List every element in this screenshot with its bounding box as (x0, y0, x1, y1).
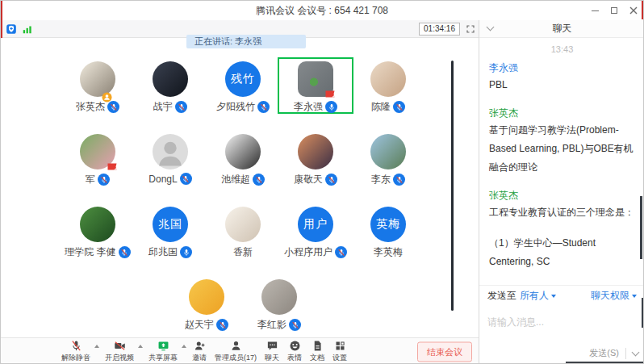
participant-tile[interactable]: 李永强 (279, 59, 352, 112)
participant-nameline: 池维超 (221, 173, 265, 186)
end-meeting-button[interactable]: 结束会议 (417, 341, 472, 362)
participant-tile[interactable]: 陈隆 (352, 59, 424, 112)
participant-tile[interactable]: 赵天宇 (170, 277, 243, 330)
caret-up-icon[interactable] (182, 345, 186, 348)
chat-title: 聊天 (553, 22, 572, 36)
toolbar-button-invite[interactable]: 邀请 (192, 340, 207, 363)
participant-name: 军 (86, 173, 95, 186)
participant-tile[interactable]: 用户小程序用户 (279, 204, 352, 257)
participant-tile[interactable]: 池维超 (207, 132, 279, 185)
participant-tile[interactable]: 军 (61, 132, 134, 185)
toolbar-button-label: 邀请 (192, 353, 207, 363)
participant-nameline: DongL (148, 173, 191, 185)
toolbar-button-start-video[interactable]: 开启视频 (105, 340, 134, 363)
mic-muted-icon (253, 174, 265, 186)
participant-tile[interactable]: 战宇 (134, 59, 207, 112)
participant-nameline: 战宇 (153, 100, 187, 114)
title-bar: 腾讯会议 会议号 : 654 421 708 (1, 1, 643, 20)
participant-tile[interactable]: 理学院 李健 (61, 204, 134, 257)
send-button[interactable]: 发送(S) (589, 347, 619, 359)
mic-muted-icon (335, 246, 347, 258)
network-signal-icon[interactable] (22, 23, 33, 35)
grid-scrollbar[interactable] (451, 61, 454, 311)
toolbar-button-emoji[interactable]: 表情 (287, 340, 302, 363)
mic-muted-icon (107, 101, 119, 113)
participant-tile[interactable]: 残竹夕阳残竹 (207, 59, 279, 112)
avatar (370, 134, 406, 169)
chat-sender-name: 张英杰 (489, 107, 635, 120)
chat-message-list: 13:43 李永强PBL张英杰基于问题学习教学法(Problem-Based L… (479, 38, 644, 285)
chat-message-input[interactable] (479, 305, 644, 339)
participant-row: 理学院 李健兆国邱兆国香新用户小程序用户英梅李英梅 (17, 204, 469, 257)
window-title: 腾讯会议 会议号 : 654 421 708 (256, 4, 388, 18)
toolbar-button-manage-members[interactable]: 管理成员(17) (215, 340, 257, 363)
toolbar-button-docs[interactable]: 文档 (310, 340, 324, 363)
caret-down-icon (551, 295, 556, 298)
avatar (189, 279, 224, 315)
caret-up-icon[interactable] (138, 345, 143, 348)
host-badge-icon (102, 91, 112, 102)
chat-header: 聊天 (479, 20, 644, 38)
participant-tile[interactable]: DongL (134, 132, 207, 185)
participant-nameline: 小程序用户 (284, 245, 347, 259)
close-button[interactable] (629, 6, 638, 15)
mic-muted-icon (216, 319, 228, 331)
window-bottom-edge (566, 362, 643, 364)
toolbar-button-chat[interactable]: 聊天 (265, 340, 279, 363)
close-icon (629, 6, 638, 15)
mic-muted-icon (257, 101, 270, 113)
participant-row: 军DongL池维超康敬天李东 (17, 132, 469, 185)
toolbar-button-share-screen[interactable]: 共享屏幕 (148, 340, 178, 363)
participant-name: 池维超 (221, 173, 250, 186)
participant-name: 赵天宇 (185, 318, 214, 332)
participant-nameline: 张英杰 (76, 100, 119, 114)
avatar (80, 207, 115, 242)
participant-nameline: 李英梅 (374, 245, 403, 259)
camera-off-icon (114, 340, 126, 352)
toolbar-button-unmute[interactable]: 解除静音 (61, 340, 90, 363)
participant-tile[interactable]: 李红影 (243, 277, 316, 330)
mic-muted-icon (393, 101, 405, 113)
participant-tile[interactable]: 张英杰 (61, 59, 134, 112)
participant-nameline: 康敬天 (294, 173, 337, 186)
participant-name: 康敬天 (294, 173, 323, 186)
chat-send-row: 发送(S) (589, 347, 638, 359)
chevron-down-icon[interactable] (487, 23, 495, 31)
chat-permission-selector[interactable]: 聊天权限 (591, 289, 637, 303)
mic-muted-icon (180, 173, 192, 185)
participant-tile[interactable]: 康敬天 (279, 132, 352, 185)
participant-name: 邱兆国 (148, 245, 178, 259)
mic-muted-icon (70, 340, 82, 352)
maximize-button[interactable] (609, 6, 619, 15)
participant-nameline: 香新 (233, 245, 253, 259)
participant-name: 张英杰 (76, 100, 105, 114)
participant-nameline: 陈隆 (371, 100, 405, 114)
avatar: 残竹 (225, 61, 261, 97)
fullscreen-icon[interactable] (466, 24, 475, 34)
participant-nameline: 李红影 (257, 318, 301, 332)
toolbar-button-settings[interactable]: 设置 (332, 340, 347, 363)
send-to-label: 发送至 (487, 289, 516, 303)
mic-muted-icon (175, 101, 187, 113)
flag-badge-icon (324, 88, 336, 98)
participant-tile[interactable]: 英梅李英梅 (352, 204, 424, 257)
chat-scrollbar[interactable] (640, 196, 642, 259)
send-options-chevron-icon[interactable] (632, 348, 640, 356)
mic-muted-icon (325, 174, 337, 186)
participant-tile[interactable]: 李东 (352, 132, 424, 185)
avatar (225, 134, 261, 169)
participant-nameline: 理学院 李健 (65, 245, 130, 259)
caret-up-icon[interactable] (94, 345, 99, 348)
participant-grid: 张英杰战宇残竹夕阳残竹李永强陈隆军DongL池维超康敬天李东理学院 李健兆国邱兆… (17, 59, 469, 337)
chat-sender-name: 李永强 (489, 61, 635, 75)
mic-muted-icon (98, 174, 110, 186)
participant-tile[interactable]: 香新 (207, 204, 279, 257)
minimize-button[interactable] (590, 6, 600, 15)
send-to-selector[interactable]: 所有人 (520, 289, 556, 303)
meeting-window: 腾讯会议 会议号 : 654 421 708 01:34:16 正在讲话: 李永… (0, 0, 644, 364)
members-icon (230, 340, 242, 352)
participant-tile[interactable]: 兆国邱兆国 (134, 204, 207, 257)
participant-name: 香新 (233, 245, 253, 259)
avatar (80, 134, 115, 169)
security-shield-icon[interactable] (6, 23, 17, 35)
